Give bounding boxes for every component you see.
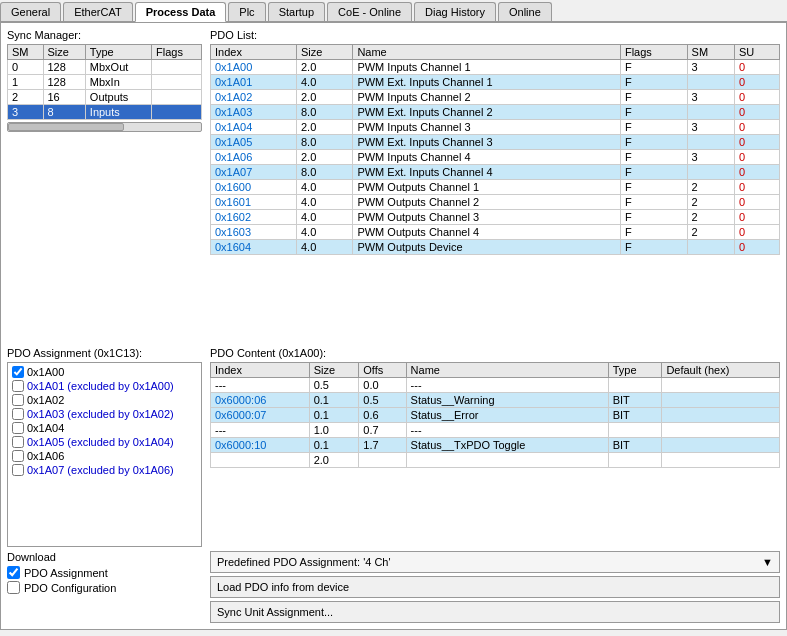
- sm-header-row: SM Size Type Flags: [8, 45, 202, 60]
- sm-cell-sm: 2: [8, 90, 44, 105]
- dropdown-arrow-icon: ▼: [762, 556, 773, 568]
- content-cell-type: [608, 423, 662, 438]
- pdo-list-row[interactable]: 0x16004.0PWM Outputs Channel 1F20: [211, 180, 780, 195]
- pdo-cell-su: 0: [734, 195, 779, 210]
- assign-checkbox[interactable]: [12, 464, 24, 476]
- tab-process-data[interactable]: Process Data: [135, 2, 227, 22]
- assign-checkbox[interactable]: [12, 366, 24, 378]
- tab-ethercat[interactable]: EtherCAT: [63, 2, 132, 21]
- pdo-cell-flags: F: [620, 210, 687, 225]
- sm-row[interactable]: 1128MbxIn: [8, 75, 202, 90]
- content-cell-index: [211, 453, 310, 468]
- pdo-list-row[interactable]: 0x1A042.0PWM Inputs Channel 3F30: [211, 120, 780, 135]
- sync-manager-panel: Sync Manager: SM Size Type Flags 0128Mbx…: [7, 29, 202, 343]
- assign-item[interactable]: 0x1A02: [10, 393, 199, 407]
- tab-startup[interactable]: Startup: [268, 2, 325, 21]
- pdo-cell-sm: 3: [687, 60, 734, 75]
- assign-checkbox[interactable]: [12, 408, 24, 420]
- pdo-cell-index: 0x1601: [211, 195, 297, 210]
- assign-item[interactable]: 0x1A05 (excluded by 0x1A04): [10, 435, 199, 449]
- pdo-cell-index: 0x1600: [211, 180, 297, 195]
- assign-item[interactable]: 0x1A00: [10, 365, 199, 379]
- sm-cell-size: 128: [43, 75, 85, 90]
- assign-item[interactable]: 0x1A03 (excluded by 0x1A02): [10, 407, 199, 421]
- pdo-list-row[interactable]: 0x1A058.0PWM Ext. Inputs Channel 3F0: [211, 135, 780, 150]
- sm-cell-flags: [152, 105, 202, 120]
- pdo-list-panel: PDO List: Index Size Name Flags SM SU 0x…: [210, 29, 780, 343]
- pdo-list-row[interactable]: 0x1A014.0PWM Ext. Inputs Channel 1F0: [211, 75, 780, 90]
- assign-item[interactable]: 0x1A06: [10, 449, 199, 463]
- assign-checkbox[interactable]: [12, 422, 24, 434]
- content-cell-size: 2.0: [309, 453, 359, 468]
- sm-col-flags: Flags: [152, 45, 202, 60]
- content-cell-offs: 0.0: [359, 378, 406, 393]
- pdo-list-row[interactable]: 0x1A038.0PWM Ext. Inputs Channel 2F0: [211, 105, 780, 120]
- download-checkbox[interactable]: [7, 566, 20, 579]
- main-content: Sync Manager: SM Size Type Flags 0128Mbx…: [0, 22, 787, 630]
- pdo-list-row[interactable]: 0x16034.0PWM Outputs Channel 4F20: [211, 225, 780, 240]
- pdo-assign-panel: PDO Assignment (0x1C13): 0x1A000x1A01 (e…: [7, 347, 202, 547]
- load-pdo-button[interactable]: Load PDO info from device: [210, 576, 780, 598]
- pdo-assign-list[interactable]: 0x1A000x1A01 (excluded by 0x1A00)0x1A020…: [7, 362, 202, 547]
- content-cell-offs: [359, 453, 406, 468]
- pdo-cell-sm: [687, 240, 734, 255]
- pdo-cell-flags: F: [620, 120, 687, 135]
- bottom-section: PDO Assignment (0x1C13): 0x1A000x1A01 (e…: [7, 347, 780, 547]
- tab-coe---online[interactable]: CoE - Online: [327, 2, 412, 21]
- pdo-cell-index: 0x1A06: [211, 150, 297, 165]
- download-checkbox[interactable]: [7, 581, 20, 594]
- pdo-list-row[interactable]: 0x16024.0PWM Outputs Channel 3F20: [211, 210, 780, 225]
- download-item[interactable]: PDO Assignment: [7, 566, 202, 579]
- pdo-cell-index: 0x1604: [211, 240, 297, 255]
- assign-item[interactable]: 0x1A04: [10, 421, 199, 435]
- tab-plc[interactable]: Plc: [228, 2, 265, 21]
- assign-checkbox[interactable]: [12, 380, 24, 392]
- content-cell-default: [662, 408, 780, 423]
- sm-cell-flags: [152, 75, 202, 90]
- predefined-pdo-dropdown[interactable]: Predefined PDO Assignment: '4 Ch' ▼: [210, 551, 780, 573]
- sync-unit-button[interactable]: Sync Unit Assignment...: [210, 601, 780, 623]
- pdo-cell-name: PWM Outputs Channel 4: [353, 225, 621, 240]
- pdo-cell-size: 4.0: [296, 75, 352, 90]
- sm-cell-type: MbxOut: [85, 60, 151, 75]
- tab-diag-history[interactable]: Diag History: [414, 2, 496, 21]
- pdo-list-row[interactable]: 0x1A002.0PWM Inputs Channel 1F30: [211, 60, 780, 75]
- content-row: ---0.50.0---: [211, 378, 780, 393]
- pdo-list-row[interactable]: 0x1A062.0PWM Inputs Channel 4F30: [211, 150, 780, 165]
- sm-row[interactable]: 38Inputs: [8, 105, 202, 120]
- tab-general[interactable]: General: [0, 2, 61, 21]
- assign-item-label: 0x1A05 (excluded by 0x1A04): [27, 436, 174, 448]
- assign-item[interactable]: 0x1A01 (excluded by 0x1A00): [10, 379, 199, 393]
- pdo-list-row[interactable]: 0x16044.0PWM Outputs DeviceF0: [211, 240, 780, 255]
- pdo-cell-su: 0: [734, 180, 779, 195]
- pdo-cell-size: 4.0: [296, 240, 352, 255]
- assign-item-label: 0x1A03 (excluded by 0x1A02): [27, 408, 174, 420]
- sm-cell-sm: 3: [8, 105, 44, 120]
- sm-row[interactable]: 0128MbxOut: [8, 60, 202, 75]
- assign-item[interactable]: 0x1A07 (excluded by 0x1A06): [10, 463, 199, 477]
- sm-cell-flags: [152, 60, 202, 75]
- assign-checkbox[interactable]: [12, 450, 24, 462]
- pdo-cell-su: 0: [734, 135, 779, 150]
- pdo-list-row[interactable]: 0x1A078.0PWM Ext. Inputs Channel 4F0: [211, 165, 780, 180]
- sm-cell-flags: [152, 90, 202, 105]
- sm-cell-size: 128: [43, 60, 85, 75]
- pdo-cell-name: PWM Inputs Channel 1: [353, 60, 621, 75]
- pdo-list-label: PDO List:: [210, 29, 780, 41]
- download-item[interactable]: PDO Configuration: [7, 581, 202, 594]
- pdo-content-table: Index Size Offs Name Type Default (hex) …: [210, 362, 780, 468]
- tab-online[interactable]: Online: [498, 2, 552, 21]
- pdo-cell-name: PWM Outputs Channel 1: [353, 180, 621, 195]
- sm-row[interactable]: 216Outputs: [8, 90, 202, 105]
- pdo-cell-name: PWM Outputs Channel 3: [353, 210, 621, 225]
- sm-scrollbar[interactable]: [7, 122, 202, 132]
- assign-checkbox[interactable]: [12, 394, 24, 406]
- sm-cell-type: Outputs: [85, 90, 151, 105]
- content-cell-index: ---: [211, 378, 310, 393]
- sm-cell-size: 16: [43, 90, 85, 105]
- content-cell-name: Status__Warning: [406, 393, 608, 408]
- pdo-list-row[interactable]: 0x16014.0PWM Outputs Channel 2F20: [211, 195, 780, 210]
- pdo-list-row[interactable]: 0x1A022.0PWM Inputs Channel 2F30: [211, 90, 780, 105]
- assign-checkbox[interactable]: [12, 436, 24, 448]
- pdo-cell-sm: [687, 75, 734, 90]
